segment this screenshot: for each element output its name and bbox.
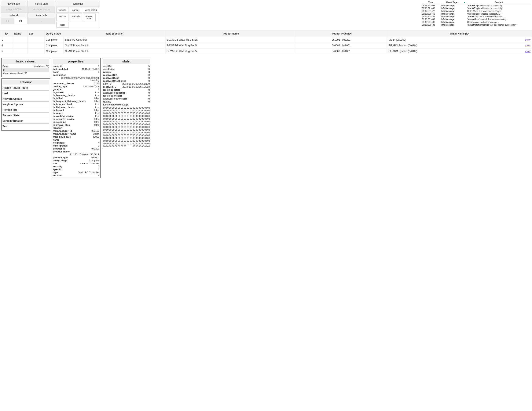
property-row: device_typeUnknown Type [53,85,99,88]
log-row: 09:13:50::438Info MessageRetrieving all … [421,21,531,23]
action-item[interactable]: Assign Return Route [2,85,49,91]
stat-row: quality0 [103,100,150,103]
property-row: roleCentral Controller [53,162,99,165]
property-row: product_name [53,150,99,153]
stats-title: stats: [103,59,150,64]
show-link[interactable]: show [525,44,531,47]
stat-row: retries0 [103,70,150,73]
col-type[interactable]: Type (Specific) [64,30,166,37]
property-row: is_routing_devicetrue [53,115,99,117]
property-row: product_type0x1001 [53,156,99,159]
include-button[interactable]: include [57,7,69,13]
col-maker[interactable]: Maker Name (ID) [387,30,532,37]
col-loc[interactable]: Loc [28,30,45,37]
basic-value-input[interactable] [2,68,49,72]
table-row[interactable]: 1CompleteStatic PC ControllerZU1401 Z-Wa… [0,37,532,43]
device-path-label: device path [1,1,27,7]
log-row: 09:13:50::433Info Message'/net/ctrl/acti… [421,23,531,26]
action-item[interactable]: Refresh Info [2,107,49,113]
log-header-time[interactable]: Time [421,1,440,4]
user-path-input[interactable]: . [28,18,55,24]
actions-panel: actions: Assign Return RouteHealNetwork … [1,78,50,131]
log-row: 09:16:27::093Info Message'/node/1' api-c… [421,4,531,7]
network-off-button[interactable]: off [14,18,27,24]
property-row: is_security_devicefalse [53,117,99,120]
action-item[interactable]: Neighbor Update [2,102,49,107]
device-path-input[interactable] [1,7,27,12]
col-name[interactable]: Name [13,30,28,37]
action-item[interactable]: Heal [2,91,49,96]
property-row: is_listening_devicetrue [53,106,99,109]
properties-panel: properties: node_id1last_updated15414057… [52,58,101,178]
network-label: network [1,12,27,18]
property-row: is_lockedfalse [53,109,99,112]
action-item[interactable]: Test [2,124,49,129]
col-id[interactable]: ID [0,30,13,37]
action-item[interactable]: Network Update [2,96,49,102]
property-row: is_readytrue [53,112,99,115]
property-value: beaming, primaryController, routing, lis… [53,77,99,82]
stat-row: lastRequestRTT0 [103,88,150,91]
property-row: is_sleepingfalse [53,120,99,123]
property-row: manufacturer_nameVision [53,132,99,135]
remove-failed-button[interactable]: remove failed [83,14,96,21]
exclude-button[interactable]: exclude [70,14,82,21]
log-row: 09:13:50::449Info Message'/net/actions' … [421,18,531,21]
property-row: typeStatic PC Controller [53,171,99,174]
log-header-content[interactable]: Content [466,1,531,4]
config-path-label: config path [28,1,55,7]
stat-row: sentFailed0 [103,68,150,70]
event-log: Time Event Type ▼ Content 09:16:27::093I… [421,1,531,26]
property-row: num_groups0 [53,144,99,147]
last-received-hex: 00 00 00 00 00 00 00 0000 00 00 00 00 00… [103,106,150,148]
show-link[interactable]: show [525,50,531,53]
stat-row: receivedUnsolicited0 [103,79,150,82]
property-row: security0 [53,165,99,168]
property-row: name [53,138,99,141]
sort-arrow-icon[interactable]: ▼ [464,1,466,4]
show-link[interactable]: show [525,38,531,41]
log-header-type[interactable]: Event Type [440,1,464,4]
heal-button[interactable]: heal [57,22,69,28]
stat-row: receivedDups0 [103,77,150,79]
table-row[interactable]: 4CompleteOn/Off Power SwitchFGWPE/F Wall… [0,43,532,49]
stat-row: lastReceivedMessage [103,103,150,106]
log-row: 09:13:50::454Info Message'/nodes' api-ca… [421,15,531,18]
log-row: 09:13:50::472Info MessageHello World (fr… [421,10,531,12]
property-row: specific1 [53,168,99,171]
basic-label: Basic [2,65,9,68]
property-row: product_id0x0201 [53,147,99,150]
stat-row: sentCnt5 [103,65,150,68]
property-row: query_stageComplete [53,159,99,162]
cancel-button[interactable]: cancel [70,7,82,13]
action-item[interactable]: Request State [2,113,49,118]
property-row: command_classes0, 32 [53,82,99,85]
basic-cmd-class: [cmd class: 32] [34,65,49,68]
controller-label: controller [56,1,100,7]
secure-button[interactable]: secure [57,14,69,21]
property-row: is_beaming_devicetrue [53,94,99,97]
config-path-input[interactable] [28,7,55,12]
property-row: neighbors4 [53,141,99,144]
stat-row: sentTS2018-11-05 05:26:51:179 [103,82,150,85]
property-row: is_awaketrue [53,91,99,94]
col-query[interactable]: Query Stage [45,30,64,37]
col-ptype[interactable]: Product Type (ID) [295,30,387,37]
write-config-button[interactable]: write config [83,7,99,13]
network-on-button[interactable]: on [1,18,14,24]
action-item[interactable]: Send Information [2,118,49,124]
basic-values-title: basic values: [2,59,49,64]
property-row: is_failedfalse [53,97,99,100]
basic-values-panel: basic values: Basic [cmd class: 32] A by… [1,58,50,77]
properties-title: properties: [53,59,99,64]
col-product[interactable]: Product Name [165,30,295,37]
property-row: version4 [53,174,99,177]
user-path-label: user path [28,12,55,18]
basic-hint: A byte between 0 and 255 [2,72,49,75]
property-row: location [53,127,99,129]
log-row: 09:13:50::469Info MessageWebsocket conne… [421,12,531,15]
property-row: capabilities [53,73,99,77]
property-row: is_info_receivedtrue [53,103,99,106]
log-row: 09:13:52::468Info Message'/node/5' api-c… [421,7,531,10]
table-row[interactable]: 5CompleteOn/Off Power SwitchFGWPE/F Wall… [0,49,532,54]
